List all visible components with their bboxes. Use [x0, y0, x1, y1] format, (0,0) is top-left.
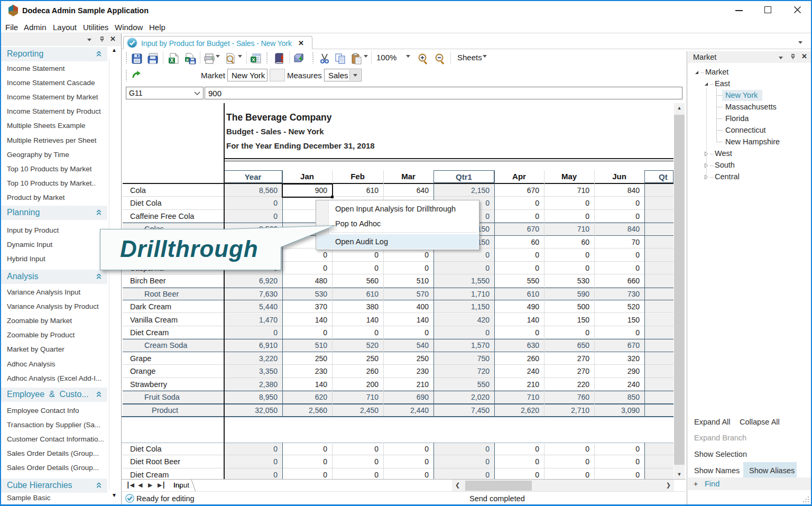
svg-text:X: X	[186, 58, 189, 62]
svg-text:X: X	[252, 57, 255, 62]
svg-text:X: X	[170, 58, 174, 63]
